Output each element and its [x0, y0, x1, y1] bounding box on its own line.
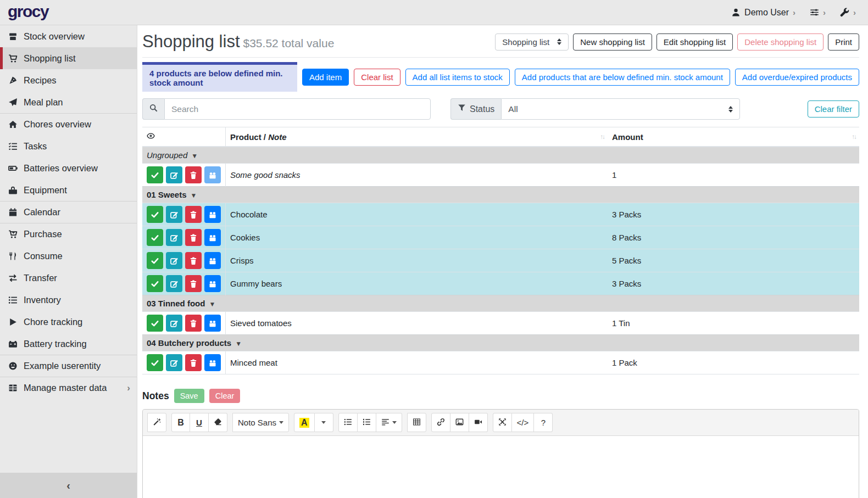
font-family-button[interactable]: Noto Sans: [232, 413, 289, 432]
edit-item-button[interactable]: [166, 252, 182, 269]
add-to-stock-button[interactable]: [204, 354, 221, 371]
sidebar-collapse-button[interactable]: ‹: [0, 473, 137, 498]
add-to-stock-button[interactable]: [204, 275, 221, 292]
edit-item-button[interactable]: [166, 206, 182, 223]
underline-button[interactable]: U: [190, 413, 209, 432]
amount-column-header[interactable]: Amount ↑↓: [608, 127, 859, 147]
group-header-row[interactable]: 03 Tinned food▼: [142, 295, 859, 312]
admin-menu[interactable]: ›: [840, 8, 856, 17]
sort-icon[interactable]: ↑↓: [852, 133, 856, 140]
search-input[interactable]: [164, 98, 431, 120]
sidebar-item-meal-plan[interactable]: Meal plan: [0, 91, 137, 113]
sidebar-item-recipes[interactable]: Recipes: [0, 69, 137, 91]
delete-shopping-list-button[interactable]: Delete shopping list: [737, 33, 824, 51]
edit-item-button[interactable]: [166, 315, 182, 332]
magic-style-button[interactable]: [147, 413, 166, 432]
utensils-icon: [8, 251, 18, 261]
clear-list-button[interactable]: Clear list: [354, 69, 400, 86]
shopping-list-row: Cookies8 Packs: [142, 226, 859, 249]
add-to-stock-button[interactable]: [204, 229, 221, 246]
edit-shopping-list-button[interactable]: Edit shopping list: [656, 33, 733, 51]
notes-save-button[interactable]: Save: [174, 389, 204, 403]
mark-done-button[interactable]: [147, 275, 163, 292]
mark-done-button[interactable]: [147, 229, 163, 246]
delete-item-button[interactable]: [185, 252, 202, 269]
sidebar-item-manage-master-data[interactable]: Manage master data›: [0, 377, 137, 399]
delete-item-button[interactable]: [185, 354, 202, 371]
clear-filter-button[interactable]: Clear filter: [808, 100, 859, 117]
paragraph-button[interactable]: [376, 413, 402, 432]
sidebar-item-chores-overview[interactable]: Chores overview: [0, 113, 137, 135]
add-below-min-button[interactable]: Add products that are below defined min.…: [515, 69, 730, 86]
sidebar-item-label: Chore tracking: [24, 317, 82, 327]
delete-item-button[interactable]: [185, 166, 202, 183]
eraser-button[interactable]: [209, 413, 227, 432]
video-button[interactable]: [469, 413, 488, 432]
add-to-stock-button[interactable]: [204, 206, 221, 223]
delete-item-button[interactable]: [185, 229, 202, 246]
sidebar-item-equipment[interactable]: Equipment: [0, 179, 137, 201]
help-button[interactable]: ?: [534, 413, 553, 432]
delete-item-button[interactable]: [185, 206, 202, 223]
sidebar-item-example-userentity[interactable]: Example userentity: [0, 355, 137, 377]
mark-done-button[interactable]: [147, 315, 163, 332]
cart-plus-icon: [8, 230, 18, 239]
new-shopping-list-button[interactable]: New shopping list: [573, 33, 652, 51]
delete-item-button[interactable]: [185, 315, 202, 332]
sidebar-item-batteries-overview[interactable]: Batteries overview: [0, 157, 137, 179]
caret-down-icon: [321, 421, 326, 424]
edit-icon: [170, 256, 179, 265]
notes-editor-area[interactable]: [143, 436, 859, 498]
mark-done-button[interactable]: [147, 252, 163, 269]
add-to-stock-button[interactable]: [204, 315, 221, 332]
add-to-stock-button[interactable]: [204, 166, 221, 183]
sidebar-item-calendar[interactable]: Calendar: [0, 201, 137, 223]
sidebar-item-inventory[interactable]: Inventory: [0, 289, 137, 311]
edit-item-button[interactable]: [166, 275, 182, 292]
add-overdue-button[interactable]: Add overdue/expired products: [735, 69, 859, 86]
font-color-button[interactable]: A: [294, 413, 315, 432]
sort-icon[interactable]: ↑↓: [600, 133, 605, 140]
edit-item-button[interactable]: [166, 166, 182, 183]
mark-done-button[interactable]: [147, 206, 163, 223]
add-all-to-stock-button[interactable]: Add all list items to stock: [405, 69, 510, 86]
sidebar-item-transfer[interactable]: Transfer: [0, 267, 137, 289]
group-header-row[interactable]: Ungrouped▼: [142, 147, 859, 164]
status-select[interactable]: All: [501, 98, 740, 120]
link-button[interactable]: [431, 413, 450, 432]
sidebar-item-chore-tracking[interactable]: Chore tracking: [0, 311, 137, 333]
group-header-row[interactable]: 04 Butchery products▼: [142, 335, 859, 351]
ordered-list-button[interactable]: [358, 413, 376, 432]
fullscreen-button[interactable]: [493, 413, 512, 432]
product-column-header[interactable]: Product / Note ↑↓: [226, 127, 608, 147]
sidebar-item-stock-overview[interactable]: Stock overview: [0, 25, 137, 47]
column-visibility-header[interactable]: [142, 127, 226, 147]
group-header-row[interactable]: 01 Sweets▼: [142, 187, 859, 203]
shopping-list-select[interactable]: Shopping list: [495, 33, 569, 51]
picture-button[interactable]: [450, 413, 469, 432]
fullscreen-icon: [498, 418, 507, 428]
edit-item-button[interactable]: [166, 229, 182, 246]
mark-done-button[interactable]: [147, 166, 163, 183]
shopping-list-row: Chocolate3 Packs: [142, 203, 859, 226]
add-item-button[interactable]: Add item: [302, 69, 349, 86]
sidebar-item-shopping-list[interactable]: Shopping list: [0, 47, 137, 69]
print-button[interactable]: Print: [828, 33, 859, 51]
code-view-button[interactable]: </>: [512, 413, 535, 432]
table-button[interactable]: [407, 413, 426, 432]
sidebar-item-label: Purchase: [24, 229, 62, 239]
mark-done-button[interactable]: [147, 354, 163, 371]
sidebar-item-battery-tracking[interactable]: Battery tracking: [0, 333, 137, 355]
edit-item-button[interactable]: [166, 354, 182, 371]
settings-menu[interactable]: ›: [810, 8, 826, 17]
delete-item-button[interactable]: [185, 275, 202, 292]
sidebar-item-tasks[interactable]: Tasks: [0, 135, 137, 157]
sidebar-item-consume[interactable]: Consume: [0, 245, 137, 267]
unordered-list-button[interactable]: [338, 413, 358, 432]
add-to-stock-button[interactable]: [204, 252, 221, 269]
font-color-caret-button[interactable]: [315, 413, 333, 432]
notes-clear-button[interactable]: Clear: [209, 389, 241, 403]
sidebar-item-purchase[interactable]: Purchase: [0, 223, 137, 245]
user-menu[interactable]: Demo User ›: [731, 8, 795, 18]
bold-button[interactable]: B: [171, 413, 190, 432]
